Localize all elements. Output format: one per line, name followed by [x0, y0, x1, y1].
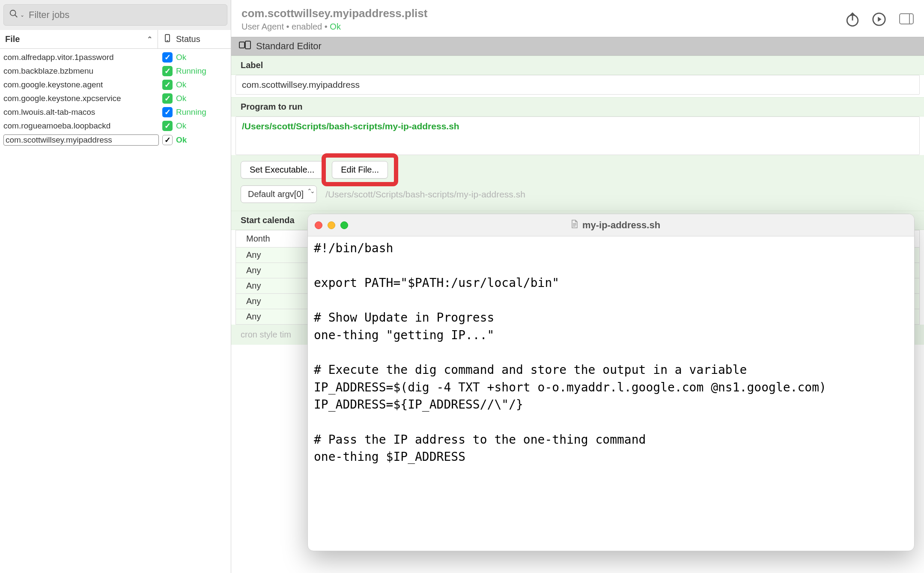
sidebar-search-wrap: ⌄	[0, 0, 231, 30]
panel-toggle-icon[interactable]	[899, 13, 914, 26]
script-editor-titlebar[interactable]: my-ip-address.sh	[308, 214, 914, 236]
editor-strip-title: Standard Editor	[256, 41, 322, 52]
job-status: Ok	[176, 80, 227, 90]
svg-rect-11	[245, 41, 250, 49]
load-icon[interactable]	[845, 12, 860, 27]
script-editor-window: my-ip-address.sh #!/bin/bash export PATH…	[307, 214, 915, 551]
program-button-row: Set Executable... Edit File...	[231, 155, 924, 185]
toolbar-icons	[845, 12, 886, 27]
main-pane: com.scottwillsey.myipaddress.plist User …	[231, 0, 924, 573]
search-field-container[interactable]: ⌄	[3, 4, 227, 26]
editor-mode-icon	[239, 41, 251, 52]
sidebar: ⌄ File ⌃ Status com.alfredapp.vitor.1pas…	[0, 0, 231, 573]
job-enabled-checkbox[interactable]: ✓	[162, 121, 173, 131]
label-value-field[interactable]: com.scottwillsey.myipaddress	[235, 75, 920, 95]
column-header-status[interactable]: Status	[158, 30, 231, 48]
job-status: Running	[176, 107, 227, 117]
page-title: com.scottwillsey.myipaddress.plist	[241, 7, 832, 20]
cron-input[interactable]: cron style tim	[241, 330, 291, 339]
job-status: Ok	[176, 94, 227, 103]
job-row[interactable]: com.alfredapp.vitor.1password✓Ok	[3, 51, 228, 64]
edit-file-button[interactable]: Edit File...	[332, 161, 388, 179]
job-row[interactable]: com.scottwillsey.myipaddress✓Ok	[3, 133, 228, 147]
sidebar-column-headers: File ⌃ Status	[0, 30, 231, 49]
script-editor-title: my-ip-address.sh	[324, 220, 907, 231]
search-icon	[9, 9, 18, 21]
program-section-header: Program to run	[231, 97, 924, 116]
label-section-header: Label	[231, 56, 924, 75]
job-name: com.scottwillsey.myipaddress	[3, 134, 159, 146]
job-enabled-checkbox[interactable]: ✓	[162, 107, 173, 117]
svg-line-1	[15, 15, 18, 18]
subtitle-status: Ok	[330, 22, 341, 31]
sort-chevron-icon: ⌃	[147, 35, 152, 43]
close-icon[interactable]	[315, 221, 322, 229]
job-row[interactable]: com.lwouis.alt-tab-macos✓Running	[3, 105, 228, 119]
script-editor-filename: my-ip-address.sh	[582, 220, 660, 231]
job-name: com.alfredapp.vitor.1password	[3, 53, 159, 62]
job-list: com.alfredapp.vitor.1password✓Okcom.back…	[0, 49, 231, 147]
job-name: com.lwouis.alt-tab-macos	[3, 107, 159, 117]
job-row[interactable]: com.google.keystone.xpcservice✓Ok	[3, 92, 228, 105]
job-status: Running	[176, 66, 227, 76]
title-block: com.scottwillsey.myipaddress.plist User …	[241, 7, 832, 32]
job-row[interactable]: com.backblaze.bzbmenu✓Running	[3, 64, 228, 78]
job-row[interactable]: com.rogueamoeba.loopbackd✓Ok	[3, 119, 228, 133]
script-editor-content[interactable]: #!/bin/bash export PATH="$PATH:/usr/loca…	[308, 236, 914, 551]
job-status: Ok	[176, 135, 227, 145]
page-subtitle: User Agent • enabled • Ok	[241, 22, 832, 32]
argv-row: Default argv[0] /Users/scott/Scripts/bas…	[231, 185, 924, 211]
job-name: com.rogueamoeba.loopbackd	[3, 121, 159, 131]
job-status: Ok	[176, 53, 227, 62]
svg-point-0	[10, 10, 16, 16]
svg-rect-8	[900, 14, 913, 24]
run-icon[interactable]	[872, 12, 886, 27]
device-icon	[163, 33, 172, 46]
job-enabled-checkbox[interactable]: ✓	[162, 66, 173, 76]
svg-rect-10	[239, 42, 244, 48]
document-icon	[571, 220, 578, 230]
job-name: com.google.keystone.agent	[3, 80, 159, 90]
set-executable-button[interactable]: Set Executable...	[241, 161, 323, 179]
search-options-chevron-icon[interactable]: ⌄	[20, 12, 24, 18]
job-name: com.google.keystone.xpcservice	[3, 94, 159, 103]
column-header-file[interactable]: File ⌃	[0, 30, 158, 48]
job-name: com.backblaze.bzbmenu	[3, 66, 159, 76]
job-enabled-checkbox[interactable]: ✓	[162, 52, 173, 63]
job-enabled-checkbox[interactable]: ✓	[162, 93, 173, 104]
argv-path-display: /Users/scott/Scripts/bash-scripts/my-ip-…	[325, 189, 525, 200]
argv-select[interactable]: Default argv[0]	[241, 185, 317, 203]
job-row[interactable]: com.google.keystone.agent✓Ok	[3, 78, 228, 92]
program-path-field[interactable]: /Users/scott/Scripts/bash-scripts/my-ip-…	[235, 116, 920, 155]
subtitle-prefix: User Agent • enabled •	[241, 22, 330, 31]
column-header-status-label: Status	[176, 34, 200, 44]
column-header-file-label: File	[5, 34, 20, 44]
search-input[interactable]	[28, 9, 222, 21]
job-enabled-checkbox[interactable]: ✓	[162, 80, 173, 90]
svg-marker-7	[878, 17, 882, 21]
job-enabled-checkbox[interactable]: ✓	[162, 135, 173, 145]
job-status: Ok	[176, 121, 227, 131]
editor-strip: Standard Editor	[231, 37, 924, 56]
main-header: com.scottwillsey.myipaddress.plist User …	[231, 0, 924, 37]
